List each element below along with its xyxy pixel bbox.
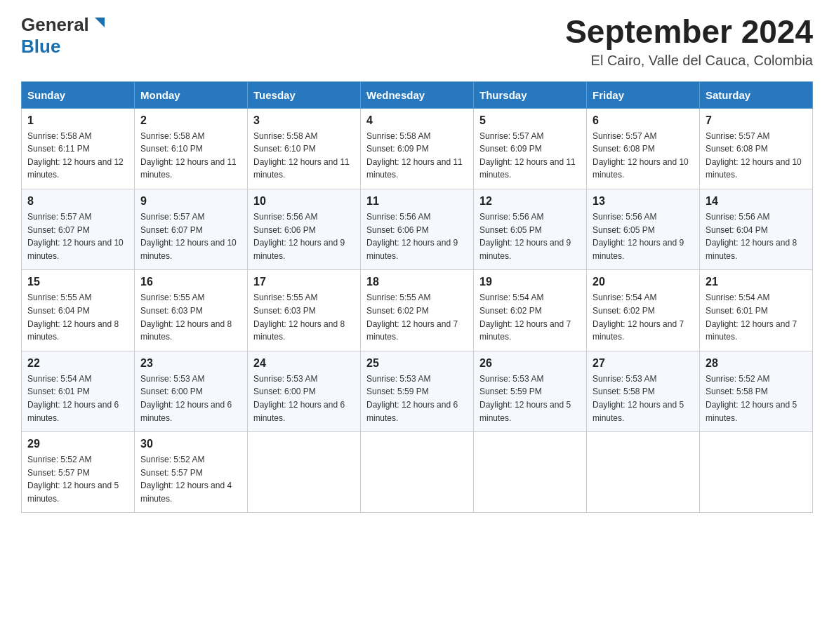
day-info: Sunrise: 5:56 AMSunset: 6:04 PMDaylight:…: [706, 212, 797, 261]
day-number: 30: [140, 438, 241, 450]
table-row: [587, 432, 700, 513]
col-saturday: Saturday: [700, 81, 813, 108]
svg-marker-0: [95, 18, 105, 27]
day-number: 17: [253, 276, 355, 288]
table-row: 25 Sunrise: 5:53 AMSunset: 5:59 PMDaylig…: [361, 351, 474, 431]
day-info: Sunrise: 5:53 AMSunset: 6:00 PMDaylight:…: [140, 374, 232, 423]
table-row: 24 Sunrise: 5:53 AMSunset: 6:00 PMDaylig…: [248, 351, 361, 431]
calendar-week-row: 29 Sunrise: 5:52 AMSunset: 5:57 PMDaylig…: [22, 432, 813, 513]
day-info: Sunrise: 5:55 AMSunset: 6:04 PMDaylight:…: [27, 293, 119, 342]
day-number: 13: [593, 195, 694, 208]
day-number: 15: [27, 276, 128, 288]
table-row: [474, 432, 587, 513]
table-row: 6 Sunrise: 5:57 AMSunset: 6:08 PMDayligh…: [587, 108, 700, 189]
table-row: 12 Sunrise: 5:56 AMSunset: 6:05 PMDaylig…: [474, 189, 587, 269]
day-number: 23: [140, 357, 241, 370]
day-info: Sunrise: 5:55 AMSunset: 6:02 PMDaylight:…: [366, 293, 458, 342]
table-row: 30 Sunrise: 5:52 AMSunset: 5:57 PMDaylig…: [135, 432, 248, 513]
table-row: 20 Sunrise: 5:54 AMSunset: 6:02 PMDaylig…: [587, 270, 700, 351]
day-number: 9: [140, 195, 241, 208]
day-info: Sunrise: 5:57 AMSunset: 6:08 PMDaylight:…: [593, 131, 689, 180]
day-info: Sunrise: 5:54 AMSunset: 6:01 PMDaylight:…: [27, 374, 119, 423]
logo: General Blue: [21, 14, 105, 58]
day-number: 8: [27, 195, 128, 208]
day-number: 21: [706, 276, 807, 288]
table-row: 27 Sunrise: 5:53 AMSunset: 5:58 PMDaylig…: [587, 351, 700, 431]
title-section: September 2024 El Cairo, Valle del Cauca…: [565, 14, 813, 69]
calendar-subtitle: El Cairo, Valle del Cauca, Colombia: [565, 53, 813, 69]
day-info: Sunrise: 5:58 AMSunset: 6:11 PMDaylight:…: [27, 131, 124, 180]
day-number: 22: [27, 357, 128, 370]
calendar-header-row: Sunday Monday Tuesday Wednesday Thursday…: [22, 81, 813, 108]
calendar-week-row: 8 Sunrise: 5:57 AMSunset: 6:07 PMDayligh…: [22, 189, 813, 269]
day-info: Sunrise: 5:52 AMSunset: 5:57 PMDaylight:…: [140, 455, 232, 504]
table-row: 9 Sunrise: 5:57 AMSunset: 6:07 PMDayligh…: [135, 189, 248, 269]
day-number: 24: [253, 357, 355, 370]
calendar-week-row: 1 Sunrise: 5:58 AMSunset: 6:11 PMDayligh…: [22, 108, 813, 189]
day-info: Sunrise: 5:56 AMSunset: 6:05 PMDaylight:…: [593, 212, 684, 261]
day-number: 2: [140, 114, 241, 127]
day-info: Sunrise: 5:52 AMSunset: 5:58 PMDaylight:…: [706, 374, 797, 423]
day-number: 6: [593, 114, 694, 127]
table-row: 4 Sunrise: 5:58 AMSunset: 6:09 PMDayligh…: [361, 108, 474, 189]
day-number: 11: [366, 195, 468, 208]
day-number: 16: [140, 276, 241, 288]
table-row: [248, 432, 361, 513]
table-row: 5 Sunrise: 5:57 AMSunset: 6:09 PMDayligh…: [474, 108, 587, 189]
logo-blue-text: Blue: [21, 36, 60, 57]
day-number: 10: [253, 195, 355, 208]
table-row: 22 Sunrise: 5:54 AMSunset: 6:01 PMDaylig…: [22, 351, 135, 431]
day-info: Sunrise: 5:57 AMSunset: 6:07 PMDaylight:…: [27, 212, 124, 261]
day-info: Sunrise: 5:57 AMSunset: 6:08 PMDaylight:…: [706, 131, 802, 180]
table-row: 14 Sunrise: 5:56 AMSunset: 6:04 PMDaylig…: [700, 189, 813, 269]
col-tuesday: Tuesday: [248, 81, 361, 108]
calendar-week-row: 22 Sunrise: 5:54 AMSunset: 6:01 PMDaylig…: [22, 351, 813, 431]
table-row: 17 Sunrise: 5:55 AMSunset: 6:03 PMDaylig…: [248, 270, 361, 351]
table-row: 26 Sunrise: 5:53 AMSunset: 5:59 PMDaylig…: [474, 351, 587, 431]
table-row: 2 Sunrise: 5:58 AMSunset: 6:10 PMDayligh…: [135, 108, 248, 189]
calendar-week-row: 15 Sunrise: 5:55 AMSunset: 6:04 PMDaylig…: [22, 270, 813, 351]
logo-arrow-icon: [92, 18, 105, 30]
calendar-title: September 2024: [565, 14, 813, 50]
day-info: Sunrise: 5:52 AMSunset: 5:57 PMDaylight:…: [27, 455, 119, 504]
day-number: 19: [479, 276, 581, 288]
day-number: 3: [253, 114, 355, 127]
table-row: 16 Sunrise: 5:55 AMSunset: 6:03 PMDaylig…: [135, 270, 248, 351]
day-info: Sunrise: 5:56 AMSunset: 6:06 PMDaylight:…: [253, 212, 345, 261]
table-row: 7 Sunrise: 5:57 AMSunset: 6:08 PMDayligh…: [700, 108, 813, 189]
col-monday: Monday: [135, 81, 248, 108]
day-info: Sunrise: 5:54 AMSunset: 6:02 PMDaylight:…: [479, 293, 571, 342]
day-info: Sunrise: 5:54 AMSunset: 6:02 PMDaylight:…: [593, 293, 684, 342]
day-info: Sunrise: 5:53 AMSunset: 6:00 PMDaylight:…: [253, 374, 345, 423]
day-info: Sunrise: 5:55 AMSunset: 6:03 PMDaylight:…: [140, 293, 232, 342]
day-info: Sunrise: 5:54 AMSunset: 6:01 PMDaylight:…: [706, 293, 797, 342]
day-number: 25: [366, 357, 468, 370]
day-number: 20: [593, 276, 694, 288]
day-info: Sunrise: 5:55 AMSunset: 6:03 PMDaylight:…: [253, 293, 345, 342]
table-row: 21 Sunrise: 5:54 AMSunset: 6:01 PMDaylig…: [700, 270, 813, 351]
day-info: Sunrise: 5:56 AMSunset: 6:05 PMDaylight:…: [479, 212, 571, 261]
day-number: 4: [366, 114, 468, 127]
day-info: Sunrise: 5:58 AMSunset: 6:10 PMDaylight:…: [253, 131, 350, 180]
day-info: Sunrise: 5:56 AMSunset: 6:06 PMDaylight:…: [366, 212, 458, 261]
day-number: 28: [706, 357, 807, 370]
day-info: Sunrise: 5:58 AMSunset: 6:09 PMDaylight:…: [366, 131, 463, 180]
day-number: 1: [27, 114, 128, 127]
day-number: 27: [593, 357, 694, 370]
table-row: 3 Sunrise: 5:58 AMSunset: 6:10 PMDayligh…: [248, 108, 361, 189]
day-info: Sunrise: 5:58 AMSunset: 6:10 PMDaylight:…: [140, 131, 237, 180]
day-info: Sunrise: 5:57 AMSunset: 6:09 PMDaylight:…: [479, 131, 576, 180]
table-row: 11 Sunrise: 5:56 AMSunset: 6:06 PMDaylig…: [361, 189, 474, 269]
day-info: Sunrise: 5:53 AMSunset: 5:58 PMDaylight:…: [593, 374, 684, 423]
day-number: 29: [27, 438, 128, 450]
table-row: 18 Sunrise: 5:55 AMSunset: 6:02 PMDaylig…: [361, 270, 474, 351]
day-info: Sunrise: 5:57 AMSunset: 6:07 PMDaylight:…: [140, 212, 237, 261]
table-row: 8 Sunrise: 5:57 AMSunset: 6:07 PMDayligh…: [22, 189, 135, 269]
day-number: 5: [479, 114, 581, 127]
col-sunday: Sunday: [22, 81, 135, 108]
table-row: [361, 432, 474, 513]
day-number: 14: [706, 195, 807, 208]
calendar-table: Sunday Monday Tuesday Wednesday Thursday…: [21, 81, 813, 514]
day-info: Sunrise: 5:53 AMSunset: 5:59 PMDaylight:…: [366, 374, 458, 423]
day-number: 26: [479, 357, 581, 370]
